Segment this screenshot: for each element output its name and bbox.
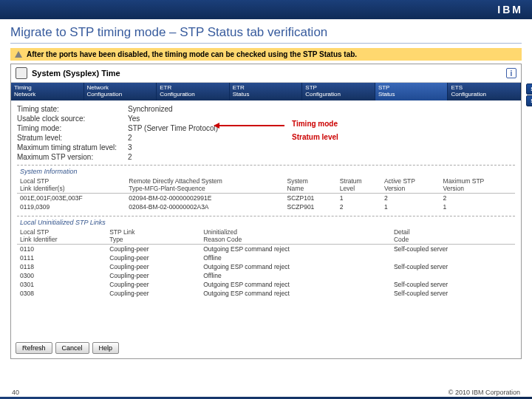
tab-timing-network[interactable]: TimingNetwork xyxy=(11,83,84,100)
clock-icon xyxy=(16,67,27,79)
cancel-button[interactable]: Cancel xyxy=(55,342,89,354)
annotation-stratum-level: Stratum level xyxy=(292,133,338,141)
tab-network-configuration[interactable]: NetworkConfiguration xyxy=(84,83,157,100)
title-area: Migrate to STP timing mode – STP Status … xyxy=(0,19,532,45)
tab-strip: TimingNetwork NetworkConfiguration ETRCo… xyxy=(11,83,521,100)
th-link-type: STP LinkType xyxy=(106,228,200,245)
th-stratum-level: StratumLevel xyxy=(337,177,381,194)
banner-text: After the ports have been disabled, the … xyxy=(27,50,357,58)
th-remote-system: Remote Directly Attached SystemType-MFG-… xyxy=(126,177,284,194)
page-title: Migrate to STP timing mode – STP Status … xyxy=(10,25,522,40)
help-button[interactable]: Help xyxy=(92,342,120,354)
tab-stp-status[interactable]: STPStatus xyxy=(375,83,449,100)
panel-header: System (Sysplex) Time i xyxy=(11,64,521,83)
tab-stp-configuration[interactable]: STPConfiguration xyxy=(302,83,375,100)
context-label-bottom: SCZP101 xyxy=(526,95,532,106)
title-underline xyxy=(10,43,522,44)
value-usable-clock: Yes xyxy=(128,115,140,123)
ibm-logo: IBM xyxy=(497,4,523,16)
tab-etr-status[interactable]: ETRStatus xyxy=(230,83,303,100)
value-timing-state: Synchronized xyxy=(128,105,173,113)
panel-title: System (Sysplex) Time xyxy=(32,69,120,78)
th-link-id: Local STPLink Identifier xyxy=(17,228,106,245)
table-row: 0119,030902084-BM-02-00000002A3ASCZP9012… xyxy=(17,202,515,211)
th-link-ids: Local STPLink Identifier(s) xyxy=(17,177,126,194)
page-number: 40 xyxy=(12,389,19,396)
instruction-banner: After the ports have been disabled, the … xyxy=(10,48,522,61)
section-uninit-links: Local Uninitialized STP Links xyxy=(17,219,109,226)
value-timing-mode: STP (Server Time Protocol) xyxy=(128,124,218,132)
sysplex-time-panel: System (Sysplex) Time i TimingNetwork Ne… xyxy=(10,64,522,359)
divider xyxy=(17,216,515,216)
table-row: 0110Coupling-peerOutgoing ESP command re… xyxy=(17,244,515,253)
table-row: 001E,001F,003E,003F02094-BM-02-000000029… xyxy=(17,193,515,202)
label-max-stp-version: Maximum STP version: xyxy=(17,153,128,161)
arrow-timing-mode xyxy=(218,125,284,126)
table-row: 0301Coupling-peerOutgoing ESP command re… xyxy=(17,280,515,289)
th-reason-code: UninitializedReason Code xyxy=(200,228,391,245)
label-timing-state: Timing state: xyxy=(17,105,128,113)
table-row: 0111Coupling-peerOffline xyxy=(17,253,515,262)
refresh-button[interactable]: Refresh xyxy=(16,342,52,354)
status-values: Timing state:Synchronized Usable clock s… xyxy=(11,100,521,299)
section-system-info: System Information xyxy=(17,168,81,175)
th-max-version: Maximum STPVersion xyxy=(440,177,515,194)
th-detail-code: DetailCode xyxy=(391,228,515,245)
th-system-name: SystemName xyxy=(284,177,336,194)
value-max-stp-version: 2 xyxy=(128,153,132,161)
table-row: 0308Coupling-peerOutgoing ESP command re… xyxy=(17,289,515,298)
button-row: Refresh Cancel Help xyxy=(16,342,119,354)
system-info-table: Local STPLink Identifier(s) Remote Direc… xyxy=(17,177,515,211)
value-stratum-level: 2 xyxy=(128,134,132,142)
copyright: © 2010 IBM Corporation xyxy=(449,389,520,396)
context-label-top: SCZP201 xyxy=(526,83,532,95)
table-row: 0118Coupling-peerOutgoing ESP command re… xyxy=(17,262,515,271)
tab-ets-configuration[interactable]: ETSConfiguration xyxy=(448,83,521,100)
table-row: 0300Coupling-peerOffline xyxy=(17,271,515,280)
triangle-icon xyxy=(15,51,22,58)
label-stratum-level: Stratum level: xyxy=(17,134,128,142)
label-usable-clock: Usable clock source: xyxy=(17,115,128,123)
value-max-stratum: 3 xyxy=(128,143,132,151)
tab-etr-configuration[interactable]: ETRConfiguration xyxy=(157,83,230,100)
top-bar: IBM xyxy=(0,0,532,19)
annotation-timing-mode: Timing mode xyxy=(292,120,338,128)
uninit-links-table: Local STPLink Identifier STP LinkType Un… xyxy=(17,228,515,298)
label-max-stratum: Maximum timing stratum level: xyxy=(17,143,128,151)
divider xyxy=(17,165,515,166)
info-icon[interactable]: i xyxy=(506,68,516,78)
slide-footer: 40 © 2010 IBM Corporation xyxy=(0,389,532,396)
th-active-version: Active STPVersion xyxy=(381,177,440,194)
label-timing-mode: Timing mode: xyxy=(17,124,128,132)
